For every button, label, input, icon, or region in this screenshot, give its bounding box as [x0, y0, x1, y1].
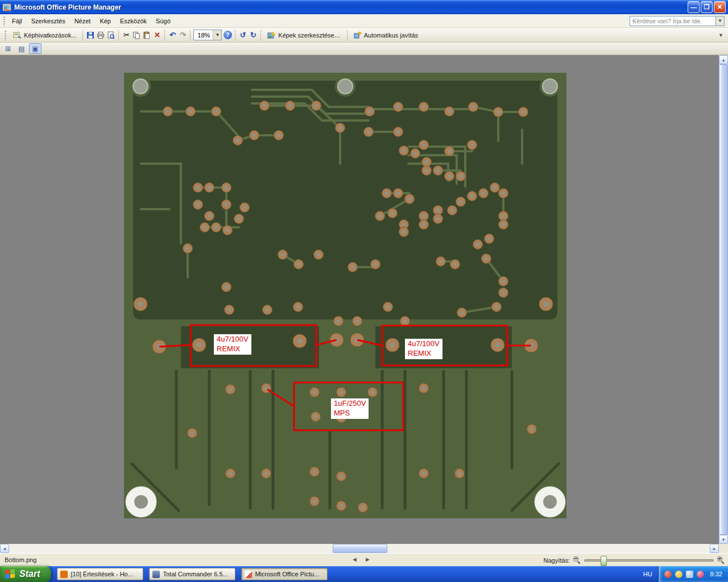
total-commander-icon	[152, 571, 160, 578]
windows-logo-icon	[5, 569, 16, 580]
redo-icon[interactable]: ↷	[178, 31, 187, 40]
view-toolbar: ⊞ ▤ ▣	[0, 43, 728, 55]
zoom-value: 18%	[197, 32, 210, 39]
window-title: Microsoft Office Picture Manager	[14, 3, 686, 11]
filename-label: Bottom.png	[5, 556, 36, 563]
vertical-scrollbar[interactable]: ▲ ▼	[719, 55, 728, 544]
delete-icon[interactable]: ✕	[152, 31, 162, 40]
zoom-slider[interactable]	[584, 559, 714, 562]
taskbar-item-notifications[interactable]: [10] Értesítések - Ho...	[57, 568, 143, 580]
scroll-up-icon[interactable]: ▲	[719, 55, 728, 64]
zoom-slider-thumb[interactable]	[601, 556, 607, 566]
minimize-button[interactable]: —	[688, 1, 700, 13]
save-icon[interactable]	[86, 31, 95, 40]
main-toolbar: Képhivatkozások... ✂	[0, 28, 728, 43]
pcb-artwork	[124, 73, 566, 518]
start-button[interactable]: Start	[0, 566, 51, 582]
menu-view[interactable]: Nézet	[70, 15, 96, 27]
horizontal-scrollbar[interactable]: ◄ ►	[0, 544, 719, 553]
zoom-in-icon[interactable]	[717, 556, 725, 564]
cut-icon[interactable]: ✂	[122, 31, 131, 40]
print-icon[interactable]	[96, 31, 105, 40]
help-icon[interactable]: ?	[223, 31, 232, 40]
copy-icon[interactable]	[132, 31, 141, 40]
picture-navigation: ◄ ►	[351, 556, 371, 563]
paste-icon[interactable]	[142, 31, 151, 40]
next-picture-icon[interactable]: ►	[365, 556, 371, 563]
help-search-input[interactable]	[630, 16, 716, 26]
scroll-down-icon[interactable]: ▼	[719, 535, 728, 544]
autocorrect-button[interactable]: Automatikus javítás	[350, 30, 421, 41]
scroll-left-icon[interactable]: ◄	[0, 544, 9, 553]
annotation-label-cap1: 4u7/100V REMIX	[214, 334, 251, 355]
maximize-button[interactable]: ❐	[701, 1, 713, 13]
annotation-label-cap3: 1uF/250V MPS	[331, 398, 369, 419]
toolbar-grip[interactable]	[4, 30, 7, 40]
horizontal-scroll-thumb[interactable]	[333, 544, 387, 553]
app-icon	[2, 3, 11, 12]
menubar-grip[interactable]	[3, 16, 6, 26]
notifications-app-icon	[60, 571, 68, 578]
taskbar: Start [10] Értesítések - Ho... Total Com…	[0, 566, 728, 582]
help-search: ▼	[630, 16, 725, 26]
zoom-dropdown-arrow-icon[interactable]: ▼	[213, 30, 221, 40]
edit-pictures-icon	[267, 31, 276, 39]
tray-alert-icon[interactable]	[664, 571, 672, 578]
shortcuts-icon	[13, 31, 22, 39]
help-search-dropdown-icon[interactable]: ▼	[716, 16, 725, 26]
taskbar-item-picture-manager[interactable]: Microsoft Office Pictu...	[241, 568, 328, 580]
edit-pictures-button[interactable]: Képek szerkesztése…	[264, 30, 344, 41]
close-button[interactable]: ✕	[714, 1, 726, 13]
taskbar-item-total-commander[interactable]: Total Commander 6.5...	[149, 568, 235, 580]
zoom-dropdown[interactable]: 18% ▼	[193, 30, 222, 40]
scrollbar-corner	[719, 544, 728, 553]
menu-file[interactable]: Fájl	[7, 15, 27, 27]
image-viewport: 4u7/100V REMIX 4u7/100V REMIX 1uF/250V M…	[0, 55, 719, 544]
vertical-scroll-thumb[interactable]	[719, 64, 728, 535]
statusbar: Bottom.png ◄ ► Nagyítás:	[0, 553, 728, 566]
thumbnail-view-button[interactable]: ⊞	[2, 43, 14, 54]
menu-picture[interactable]: Kép	[95, 15, 115, 27]
toolbar-overflow-icon[interactable]: ▼	[716, 32, 726, 38]
menubar: Fájl Szerkesztés Nézet Kép Eszközök Súgó…	[0, 14, 728, 28]
titlebar[interactable]: Microsoft Office Picture Manager — ❐ ✕	[0, 0, 728, 14]
zoom-out-icon[interactable]	[573, 556, 581, 564]
print-preview-icon[interactable]	[106, 31, 115, 40]
single-picture-view-button[interactable]: ▣	[29, 43, 42, 54]
scroll-right-icon[interactable]: ►	[710, 544, 719, 553]
autocorrect-icon	[354, 31, 362, 39]
language-indicator[interactable]: HU	[643, 571, 652, 577]
zoom-label: Nagyítás:	[544, 557, 570, 564]
shortcuts-button[interactable]: Képhivatkozások...	[10, 30, 80, 41]
rotate-right-icon[interactable]: ↻	[249, 31, 258, 40]
zoom-controls: Nagyítás:	[544, 555, 725, 566]
picture-manager-window: Microsoft Office Picture Manager — ❐ ✕ F…	[0, 0, 728, 582]
undo-icon[interactable]: ↶	[168, 31, 177, 40]
menu-help[interactable]: Súgó	[151, 15, 175, 27]
pcb-image: 4u7/100V REMIX 4u7/100V REMIX 1uF/250V M…	[124, 73, 566, 518]
tray-antivirus-icon[interactable]	[697, 571, 704, 578]
menu-tools[interactable]: Eszközök	[115, 15, 151, 27]
annotation-label-cap2: 4u7/100V REMIX	[405, 339, 442, 359]
previous-picture-icon[interactable]: ◄	[351, 556, 358, 563]
tray-update-icon[interactable]	[675, 571, 682, 578]
menu-edit[interactable]: Szerkesztés	[27, 15, 70, 27]
filmstrip-view-button[interactable]: ▤	[15, 43, 28, 54]
picture-manager-icon	[245, 571, 252, 578]
system-tray: 8:32	[658, 566, 728, 582]
rotate-left-icon[interactable]: ↺	[238, 31, 247, 40]
taskbar-clock: 8:32	[710, 571, 722, 577]
tray-volume-icon[interactable]	[686, 571, 693, 578]
